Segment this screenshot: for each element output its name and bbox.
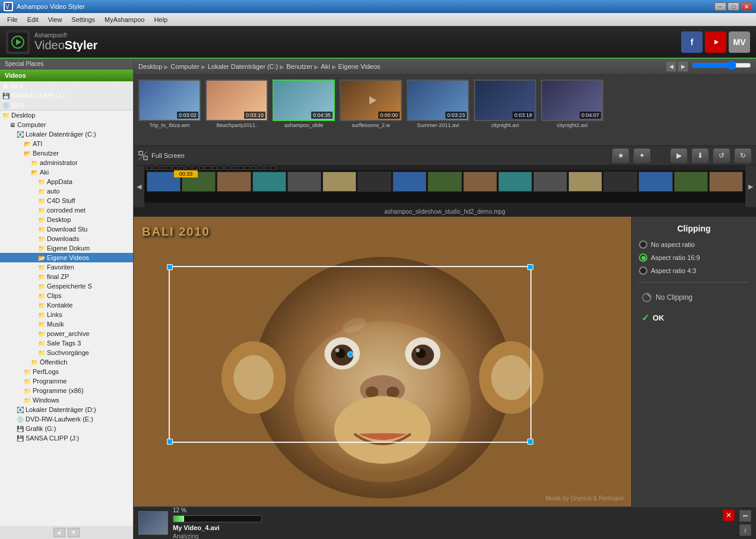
menu-settings[interactable]: Settings bbox=[67, 15, 100, 24]
fullscreen-button[interactable]: Full Screen bbox=[151, 152, 185, 159]
star-button[interactable]: ★ bbox=[612, 148, 629, 163]
option-no-aspect[interactable]: No aspect ratio bbox=[639, 240, 749, 249]
down-button[interactable]: ⬇ bbox=[692, 148, 708, 163]
rotate-right-button[interactable]: ↻ bbox=[735, 148, 751, 163]
radio-16-9[interactable] bbox=[639, 253, 647, 262]
tree-item-appdata[interactable]: 📁 AppData bbox=[0, 177, 133, 186]
file-tree[interactable]: 📁 Desktop 🖥 Computer 💽 Lokaler Datenträg… bbox=[0, 110, 133, 526]
tree-item-links[interactable]: 📁 Links bbox=[0, 310, 133, 319]
maximize-button[interactable]: □ bbox=[727, 2, 739, 11]
tree-item-desktop2[interactable]: 📁 Desktop bbox=[0, 215, 133, 224]
radio-no-aspect[interactable] bbox=[639, 240, 647, 249]
tree-item-clips[interactable]: 📁 Clips bbox=[0, 291, 133, 300]
nav-forward-button[interactable]: ▶ bbox=[678, 61, 688, 72]
tree-item-windows[interactable]: 📁 Windows bbox=[0, 395, 133, 405]
tree-item-offentlich[interactable]: 📁 Öffentlich bbox=[0, 357, 133, 367]
tree-item-eigene-dok[interactable]: 📁 Eigene Dokum bbox=[0, 243, 133, 253]
no-clipping-button[interactable]: No Clipping bbox=[639, 290, 749, 305]
drive-j[interactable]: 💾 SANSA CLIPP (J:) bbox=[0, 91, 133, 100]
special-places-tab[interactable]: Special Places bbox=[0, 59, 133, 69]
menu-myashampoo[interactable]: MyAshampoo bbox=[100, 15, 149, 24]
play-button[interactable]: ▶ bbox=[670, 148, 687, 163]
tree-item-gespeicherte[interactable]: 📁 Gespeicherte S bbox=[0, 281, 133, 291]
tree-item-musik[interactable]: 📁 Musik bbox=[0, 319, 133, 329]
radio-4-3[interactable] bbox=[639, 267, 647, 275]
minimize-button[interactable]: − bbox=[714, 2, 726, 11]
tree-item-dvd[interactable]: 💿 DVD-RW-Laufwerk (E:) bbox=[0, 414, 133, 424]
handle-br[interactable] bbox=[527, 439, 533, 445]
handle-tl[interactable] bbox=[167, 264, 173, 270]
handle-tr[interactable] bbox=[527, 264, 533, 270]
tree-item-sansa[interactable]: 💾 SANSA CLIPP (J:) bbox=[0, 433, 133, 443]
handle-bl[interactable] bbox=[167, 439, 173, 445]
tree-item-programme[interactable]: 📁 Programme bbox=[0, 376, 133, 386]
tree-item-final-zp[interactable]: 📁 final ZP bbox=[0, 272, 133, 281]
menu-edit[interactable]: Edit bbox=[23, 15, 43, 24]
ok-button[interactable]: ✓ OK bbox=[639, 310, 749, 326]
menu-file[interactable]: File bbox=[2, 15, 23, 24]
zoom-slider[interactable] bbox=[692, 61, 751, 69]
option-4-3[interactable]: Aspect ratio 4:3 bbox=[639, 267, 749, 275]
tree-item-administrator[interactable]: 📁 administrator bbox=[0, 158, 133, 167]
scroll-down-button[interactable]: ▼ bbox=[68, 528, 80, 537]
thumb-citynight[interactable]: 0:03:18 citynight.avi bbox=[474, 80, 536, 141]
sprocket-bot bbox=[144, 202, 745, 207]
handle-center[interactable] bbox=[347, 351, 353, 357]
tree-item-download-stu[interactable]: 📁 Download Stu bbox=[0, 224, 133, 234]
breadcrumb-computer[interactable]: Computer bbox=[170, 63, 199, 70]
thumb-trip-ibiza[interactable]: 0:03:02 Trip_to_Ibiza.wm bbox=[138, 80, 201, 141]
breadcrumb-benutzer[interactable]: Benutzer bbox=[286, 63, 312, 70]
tree-item-grafik[interactable]: 💾 Grafik (G:) bbox=[0, 424, 133, 433]
breadcrumb-eigene-videos[interactable]: Eigene Videos bbox=[339, 63, 381, 70]
tree-item-aki[interactable]: 📂 Aki bbox=[0, 167, 133, 177]
drive-n[interactable]: 🖥 (N:\) bbox=[0, 81, 133, 91]
close-button[interactable]: ✕ bbox=[741, 2, 752, 11]
timeline-arrow-left[interactable]: ◀ bbox=[134, 166, 144, 207]
nav-back-button[interactable]: ◀ bbox=[666, 61, 676, 72]
videos-tab[interactable]: Videos bbox=[0, 69, 133, 81]
clip-selection-box[interactable] bbox=[169, 266, 532, 443]
thumb-ashampoo[interactable]: 0:04:35 ashampoo_slide bbox=[273, 80, 335, 141]
rotate-left-button[interactable]: ↺ bbox=[713, 148, 730, 163]
tree-item-kontakte[interactable]: 📁 Kontakte bbox=[0, 300, 133, 310]
progress-percent: 12 % bbox=[173, 507, 718, 513]
tree-item-local-c[interactable]: 💽 Lokaler Datenträger (C:) bbox=[0, 129, 133, 139]
scroll-up-button[interactable]: ▲ bbox=[53, 528, 65, 537]
star-plus-button[interactable]: ✦ bbox=[634, 148, 650, 163]
breadcrumb-aki[interactable]: Aki bbox=[321, 63, 330, 70]
tree-item-suchvorgange[interactable]: 📁 Suchvorgänge bbox=[0, 348, 133, 357]
option-16-9[interactable]: Aspect ratio 16:9 bbox=[639, 253, 749, 262]
thumb-citynight2[interactable]: 0:04:07 citynight2.avi bbox=[541, 80, 603, 141]
timeline-arrow-right[interactable]: ▶ bbox=[745, 166, 756, 207]
breadcrumb-local-c[interactable]: Lokaler Datenträger (C:) bbox=[208, 63, 279, 70]
drive-d[interactable]: 💿 (D:\) bbox=[0, 100, 133, 110]
tree-item-perflogs[interactable]: 📁 PerfLogs bbox=[0, 367, 133, 376]
tree-item-benutzer[interactable]: 📂 Benutzer bbox=[0, 148, 133, 158]
statusbar-minimize-button[interactable] bbox=[739, 510, 751, 522]
tree-item-c4d[interactable]: 📁 C4D Stuff bbox=[0, 196, 133, 205]
tree-item-ati[interactable]: 📂 ATI bbox=[0, 139, 133, 148]
tree-item-desktop[interactable]: 📁 Desktop bbox=[0, 110, 133, 120]
tree-item-corroded[interactable]: 📁 corroded met bbox=[0, 205, 133, 215]
tree-item-auto[interactable]: 📁 auto bbox=[0, 186, 133, 196]
tree-item-local-d[interactable]: 💽 Lokaler Datenträger (D:) bbox=[0, 405, 133, 414]
youtube-button[interactable] bbox=[705, 31, 726, 53]
tree-item-favoriten[interactable]: 📁 Favoriten bbox=[0, 262, 133, 272]
mv-button[interactable]: MV bbox=[729, 31, 750, 53]
menu-help[interactable]: Help bbox=[149, 15, 172, 24]
tree-item-sale-tags[interactable]: 📁 Sale Tags 3 bbox=[0, 338, 133, 348]
thumb-beachparty[interactable]: 0:03:10 Beachparty2011. bbox=[205, 80, 268, 141]
progress-bar-fill bbox=[173, 516, 184, 522]
tree-item-programme-x86[interactable]: 📁 Programme (x86) bbox=[0, 386, 133, 395]
breadcrumb-desktop[interactable]: Desktop bbox=[138, 63, 162, 70]
statusbar-info-button[interactable]: i bbox=[739, 524, 751, 536]
tree-item-computer[interactable]: 🖥 Computer bbox=[0, 120, 133, 129]
thumb-summer-2011[interactable]: 0:03:23 Summer-2011.avi bbox=[407, 80, 469, 141]
statusbar-close-button[interactable]: ✕ bbox=[723, 509, 735, 521]
menu-view[interactable]: View bbox=[43, 15, 67, 24]
facebook-button[interactable]: f bbox=[681, 31, 703, 53]
tree-item-power[interactable]: 📁 power_archive bbox=[0, 329, 133, 338]
tree-item-eigene-videos[interactable]: 📂 Eigene Videos bbox=[0, 253, 133, 262]
thumb-surflessons[interactable]: 0:00:00 surflessons_2.w bbox=[340, 80, 402, 141]
tree-item-downloads[interactable]: 📁 Downloads bbox=[0, 234, 133, 243]
